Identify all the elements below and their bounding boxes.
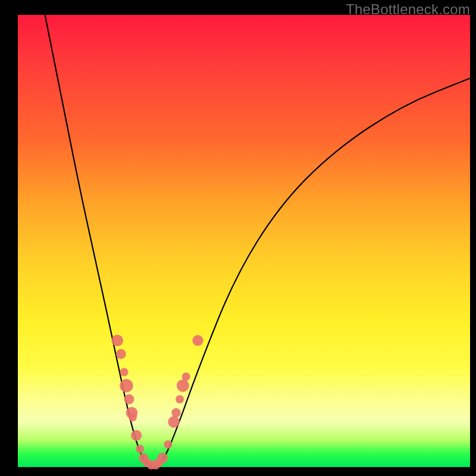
data-marker	[120, 379, 133, 392]
curve-layer	[45, 15, 470, 466]
data-marker	[131, 430, 142, 441]
data-marker	[136, 445, 144, 453]
plot-area	[18, 15, 470, 467]
bottleneck-curve	[45, 15, 470, 466]
data-marker	[129, 413, 137, 421]
marker-layer	[111, 334, 203, 469]
watermark-text: TheBottleneck.com	[346, 1, 470, 18]
data-marker	[111, 334, 123, 346]
data-marker	[120, 368, 129, 376]
data-marker	[176, 395, 184, 403]
data-marker	[164, 440, 172, 449]
data-marker	[171, 408, 180, 417]
data-marker	[192, 335, 203, 346]
data-marker	[157, 453, 168, 464]
data-marker	[116, 349, 126, 359]
data-marker	[168, 416, 180, 428]
data-marker	[182, 372, 190, 381]
data-marker	[124, 394, 134, 405]
chart-frame: TheBottleneck.com	[0, 0, 476, 476]
chart-svg	[18, 15, 470, 467]
data-marker	[177, 380, 189, 392]
